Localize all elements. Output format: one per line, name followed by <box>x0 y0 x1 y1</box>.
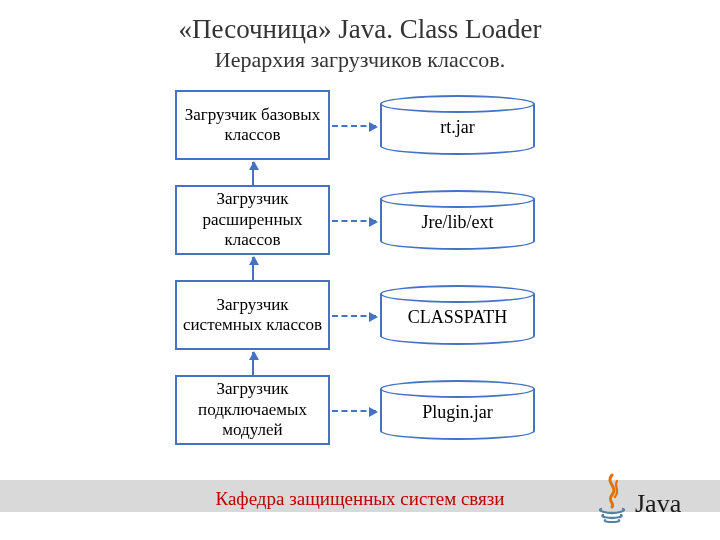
hierarchy-arrow <box>252 162 254 185</box>
resource-cylinder-ext: Jre/lib/ext <box>380 190 535 250</box>
java-logo: Java <box>595 465 700 530</box>
hierarchy-arrow <box>252 352 254 375</box>
hierarchy-arrow <box>252 257 254 280</box>
loader-box-plugin: Загрузчик подключаемых модулей <box>175 375 330 445</box>
loader-label: Загрузчик подключаемых модулей <box>177 379 328 440</box>
loader-box-system: Загрузчик системных классов <box>175 280 330 350</box>
java-logo-text: Java <box>635 489 681 519</box>
resource-cylinder-classpath: CLASSPATH <box>380 285 535 345</box>
loader-label: Загрузчик базовых классов <box>177 105 328 146</box>
dashed-arrow <box>332 315 376 317</box>
resource-label: Plugin.jar <box>380 402 535 423</box>
dashed-arrow <box>332 410 376 412</box>
resource-label: CLASSPATH <box>380 307 535 328</box>
loader-box-bootstrap: Загрузчик базовых классов <box>175 90 330 160</box>
resource-label: Jre/lib/ext <box>380 212 535 233</box>
page-title: «Песочница» Java. Class Loader <box>0 14 720 45</box>
loader-box-extension: Загрузчик расширенных классов <box>175 185 330 255</box>
page-subtitle: Иерархия загрузчиков классов. <box>0 47 720 73</box>
loader-label: Загрузчик системных классов <box>177 295 328 336</box>
resource-label: rt.jar <box>380 117 535 138</box>
java-cup-icon <box>595 473 629 523</box>
dashed-arrow <box>332 220 376 222</box>
resource-cylinder-rtjar: rt.jar <box>380 95 535 155</box>
resource-cylinder-plugin: Plugin.jar <box>380 380 535 440</box>
loader-label: Загрузчик расширенных классов <box>177 189 328 250</box>
classloader-diagram: Загрузчик базовых классов rt.jar Загрузч… <box>0 90 720 470</box>
dashed-arrow <box>332 125 376 127</box>
